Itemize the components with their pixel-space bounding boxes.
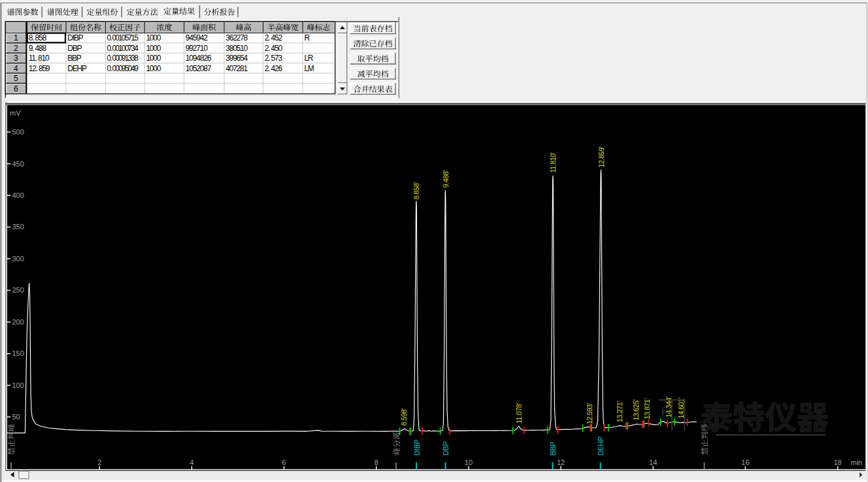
svg-text:399654: 399654	[225, 54, 248, 63]
svg-text:DEHP: DEHP	[597, 437, 605, 456]
svg-text:16: 16	[741, 458, 749, 466]
svg-text:0. 00095049: 0. 00095049	[107, 64, 139, 73]
svg-text:DEHP: DEHP	[67, 64, 87, 73]
svg-text:200: 200	[12, 318, 24, 326]
svg-text:LR: LR	[304, 54, 313, 63]
svg-text:DIBP: DIBP	[67, 33, 83, 42]
svg-text:12.859': 12.859'	[597, 146, 605, 167]
svg-text:1000: 1000	[146, 64, 161, 73]
svg-text:DBP: DBP	[442, 442, 450, 455]
svg-text:1000: 1000	[146, 44, 161, 53]
svg-text:18: 18	[833, 458, 841, 466]
svg-text:9. 488: 9. 488	[29, 44, 47, 53]
svg-text:8.858': 8.858'	[412, 182, 420, 200]
svg-text:11.810': 11.810'	[549, 152, 557, 173]
svg-text:300: 300	[12, 255, 24, 263]
svg-text:12. 859: 12. 859	[29, 64, 50, 73]
svg-text:400: 400	[12, 191, 24, 199]
svg-text:0. 00100734: 0. 00100734	[107, 44, 139, 53]
svg-text:min: min	[851, 458, 863, 466]
svg-text:50: 50	[12, 413, 20, 421]
svg-text:150: 150	[12, 349, 24, 357]
svg-text:992710: 992710	[186, 44, 208, 53]
svg-text:11. 810: 11. 810	[29, 54, 50, 63]
svg-text:0. 00091338: 0. 00091338	[107, 54, 139, 63]
svg-text:9.488': 9.488'	[442, 170, 450, 188]
svg-text:6: 6	[282, 458, 286, 466]
svg-text:8: 8	[375, 458, 378, 466]
svg-text:13.625': 13.625'	[632, 399, 640, 420]
svg-text:250: 250	[12, 286, 24, 294]
svg-text:1052087: 1052087	[186, 64, 212, 73]
svg-text:4: 4	[190, 458, 193, 466]
svg-text:10: 10	[465, 458, 473, 466]
svg-text:380510: 380510	[225, 44, 248, 53]
svg-text:BBP: BBP	[549, 442, 557, 456]
svg-text:12: 12	[557, 458, 565, 466]
svg-text:DIBP: DIBP	[413, 440, 421, 455]
svg-text:2: 2	[97, 458, 101, 466]
svg-text:2. 450: 2. 450	[265, 44, 283, 53]
svg-text:500: 500	[12, 128, 24, 136]
svg-text:2: 2	[14, 44, 18, 53]
svg-text:1: 1	[14, 33, 18, 42]
svg-text:2. 573: 2. 573	[265, 54, 283, 63]
svg-text:11.078': 11.078'	[515, 403, 523, 424]
svg-text:4: 4	[14, 64, 18, 73]
svg-text:0. 00105715: 0. 00105715	[107, 33, 139, 42]
svg-text:407281: 407281	[225, 64, 248, 73]
svg-text:8.598': 8.598'	[400, 408, 408, 426]
svg-text:100: 100	[12, 381, 24, 389]
svg-text:DBP: DBP	[67, 44, 82, 53]
svg-text:2. 452: 2. 452	[265, 33, 283, 42]
svg-text:13.871': 13.871'	[643, 398, 651, 419]
svg-text:6: 6	[14, 84, 18, 93]
svg-text:1000: 1000	[146, 54, 161, 63]
svg-text:350: 350	[12, 223, 24, 231]
svg-text:2. 426: 2. 426	[265, 64, 283, 73]
svg-text:1000: 1000	[146, 33, 161, 42]
svg-text:450: 450	[12, 160, 24, 168]
svg-text:BBP: BBP	[67, 54, 82, 63]
svg-text:8. 858: 8. 858	[29, 33, 47, 42]
svg-text:1094826: 1094826	[186, 54, 212, 63]
svg-text:362278: 362278	[225, 33, 248, 42]
svg-text:5: 5	[14, 74, 18, 83]
svg-text:14.601': 14.601'	[677, 397, 685, 418]
svg-text:LM: LM	[304, 64, 314, 73]
svg-text:13.271': 13.271'	[616, 401, 624, 422]
svg-text:12.593': 12.593'	[586, 403, 593, 424]
svg-text:3: 3	[14, 54, 18, 63]
svg-text:mV: mV	[10, 109, 21, 117]
svg-text:945942: 945942	[186, 33, 208, 42]
svg-text:14: 14	[649, 458, 657, 466]
